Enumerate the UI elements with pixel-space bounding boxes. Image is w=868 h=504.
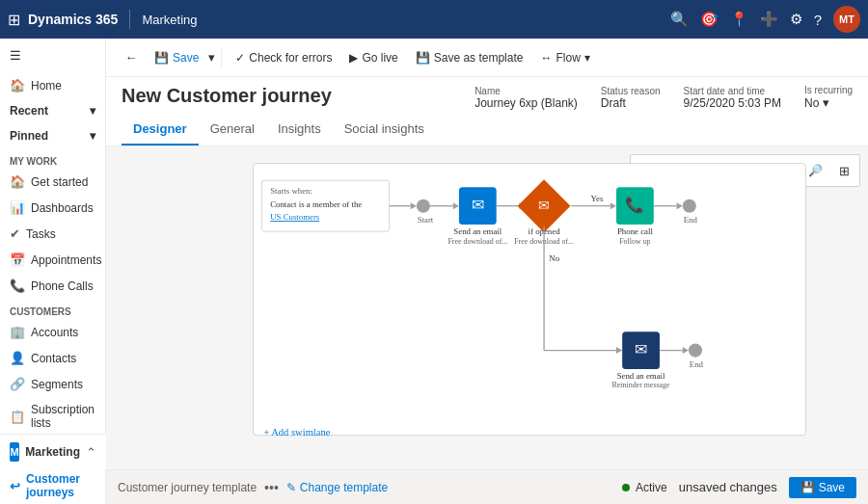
meta-name-value: Journey 6xp (Blank): [475, 96, 578, 110]
location-icon[interactable]: 📍: [730, 11, 748, 28]
footer-status: Active: [622, 481, 667, 494]
sidebar-home-label: Home: [31, 79, 62, 93]
change-template-label: Change template: [300, 481, 388, 494]
svg-text:+ Add swimlane: + Add swimlane: [263, 427, 331, 438]
sidebar-item-pinned[interactable]: Pinned ▾: [0, 123, 105, 148]
save-dropdown[interactable]: ▾: [208, 48, 215, 66]
footer-save-button[interactable]: 💾 Save: [789, 477, 856, 498]
tab-social-insights[interactable]: Social insights: [333, 114, 436, 146]
svg-marker-29: [677, 202, 683, 209]
sidebar-hamburger[interactable]: ☰: [0, 39, 105, 72]
flow-label: Flow: [556, 51, 580, 65]
footer-dots[interactable]: •••: [264, 480, 279, 495]
toolbar-sep1: [221, 48, 222, 67]
sidebar-item-accounts[interactable]: 🏢 Accounts: [0, 319, 105, 345]
save-label: Save: [173, 51, 199, 65]
sidebar-item-segments[interactable]: 🔗 Segments: [0, 371, 105, 397]
meta-recurring-dropdown[interactable]: No ▾: [804, 95, 853, 110]
back-button[interactable]: ←: [118, 44, 145, 71]
redo-icon[interactable]: ↪: [664, 157, 691, 184]
meta-status: Status reason Draft: [601, 86, 661, 110]
svg-text:Contact is a member of the: Contact is a member of the: [270, 199, 362, 209]
svg-text:Free download of...: Free download of...: [448, 237, 507, 246]
zoom-in-icon[interactable]: 🔎: [808, 164, 823, 177]
svg-marker-41: [683, 347, 689, 354]
change-template-icon: ✎: [286, 481, 296, 494]
check-errors-icon: ✓: [235, 51, 245, 65]
sidebar-item-customer-journeys[interactable]: ↩ Customer journeys: [0, 466, 105, 504]
tab-designer[interactable]: Designer: [122, 114, 199, 146]
main-content: ← 💾 Save ▾ ✓ Check for errors ▶ Go live …: [106, 39, 868, 504]
sidebar-item-tasks[interactable]: ✔ Tasks: [0, 221, 105, 247]
save-icon: 💾: [154, 51, 169, 65]
svg-text:Starts when:: Starts when:: [270, 186, 312, 196]
svg-text:if opened: if opened: [529, 226, 561, 236]
fit-icon[interactable]: ⛶: [694, 157, 721, 184]
journey-icon: ↩: [10, 479, 20, 493]
sidebar-label: Contacts: [31, 352, 76, 365]
svg-text:Send an email: Send an email: [617, 371, 665, 381]
sidebar-item-home[interactable]: 🏠 Home: [0, 72, 105, 98]
check-errors-label: Check for errors: [249, 51, 332, 65]
tab-insights[interactable]: Insights: [266, 114, 333, 146]
meta-name: Name Journey 6xp (Blank): [475, 86, 578, 110]
footer-save-label: Save: [819, 481, 845, 494]
segments-icon: 🔗: [10, 377, 25, 391]
avatar[interactable]: MT: [833, 6, 860, 33]
target-icon[interactable]: 🎯: [700, 11, 719, 28]
chevron-down-icon: ▾: [90, 104, 95, 118]
save-template-label: Save as template: [434, 51, 524, 65]
sidebar-item-get-started[interactable]: 🏠 Get started: [0, 169, 105, 195]
status-dot: [622, 484, 630, 491]
settings-icon[interactable]: ⚙: [790, 11, 802, 28]
sidebar-item-recent[interactable]: Recent ▾: [0, 98, 105, 123]
toolbar: ← 💾 Save ▾ ✓ Check for errors ▶ Go live …: [106, 39, 868, 77]
dashboards-icon: 📊: [10, 200, 25, 215]
page-meta: Name Journey 6xp (Blank) Status reason D…: [475, 85, 853, 110]
grid-view-icon[interactable]: ⊞: [830, 157, 857, 184]
check-errors-button[interactable]: ✓ Check for errors: [228, 47, 339, 68]
go-live-button[interactable]: ▶ Go live: [341, 47, 405, 68]
footer: Customer journey template ••• ✎ Change t…: [106, 469, 868, 504]
meta-status-value: Draft: [601, 96, 661, 110]
canvas-toolbar: ↩ ↪ ⛶ ⧉ 🔍 100% 🔎 ⊞: [630, 154, 860, 187]
svg-text:Yes: Yes: [591, 194, 604, 203]
save-button[interactable]: 💾 Save: [147, 47, 206, 68]
layout: ☰ 🏠 Home Recent ▾ Pinned ▾ My Work 🏠 Get…: [0, 39, 868, 504]
page-title-row: New Customer journey Name Journey 6xp (B…: [122, 85, 853, 110]
add-icon[interactable]: ➕: [760, 11, 778, 28]
svg-marker-23: [610, 202, 616, 209]
svg-text:Send an email: Send an email: [453, 226, 502, 236]
footer-left: Customer journey template ••• ✎ Change t…: [118, 480, 388, 495]
svg-rect-11: [459, 187, 497, 225]
module-expand-icon[interactable]: ⌃: [86, 445, 96, 460]
help-icon[interactable]: ?: [814, 12, 822, 28]
sidebar-item-contacts[interactable]: 👤 Contacts: [0, 345, 105, 371]
app-name: Dynamics 365: [28, 12, 118, 27]
zoom-level: 🔍 100% 🔎: [756, 157, 827, 184]
footer-status-label: Active: [636, 481, 667, 494]
svg-rect-36: [622, 332, 660, 369]
grid-icon[interactable]: ⊞: [8, 11, 20, 29]
contacts-icon: 👤: [10, 351, 25, 365]
chevron-down-icon: ▾: [823, 95, 829, 110]
zoom-out-icon[interactable]: 🔍: [760, 164, 774, 177]
expand-icon[interactable]: ⧉: [725, 157, 752, 184]
sidebar-label: Accounts: [31, 326, 78, 339]
svg-text:End: End: [684, 215, 698, 225]
flow-button[interactable]: ↔ Flow ▾: [532, 47, 597, 68]
save-template-button[interactable]: 💾 Save as template: [408, 47, 531, 68]
meta-status-label: Status reason: [601, 86, 661, 96]
sidebar-item-appointments[interactable]: 📅 Appointments: [0, 247, 105, 273]
change-template-button[interactable]: ✎ Change template: [286, 481, 388, 494]
sidebar-item-subscription-lists[interactable]: 📋 Subscription lists: [0, 397, 105, 436]
footer-unsaved-label: unsaved changes: [679, 480, 777, 494]
go-live-icon: ▶: [349, 51, 358, 65]
undo-icon[interactable]: ↩: [633, 157, 660, 184]
sidebar-item-dashboards[interactable]: 📊 Dashboards: [0, 195, 105, 221]
svg-rect-1: [261, 180, 389, 231]
search-icon[interactable]: 🔍: [670, 11, 689, 28]
get-started-icon: 🏠: [10, 174, 25, 189]
tab-general[interactable]: General: [199, 114, 266, 146]
sidebar-item-phone-calls[interactable]: 📞 Phone Calls: [0, 273, 105, 299]
